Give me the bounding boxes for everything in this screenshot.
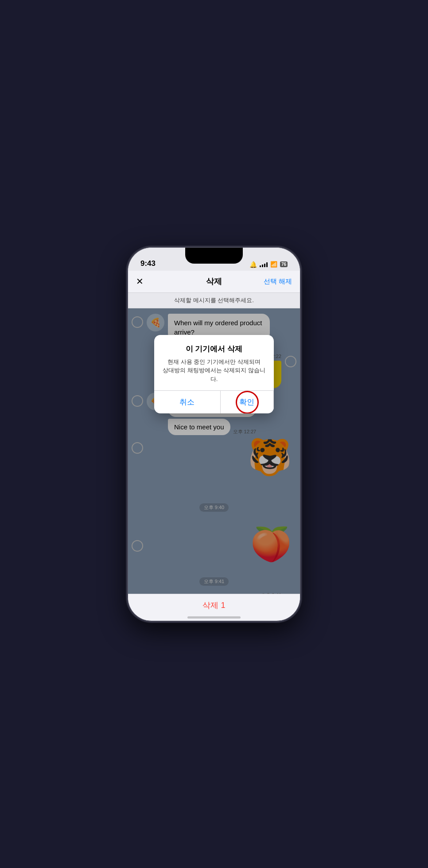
status-bar: 9:43 🔔 📶 76	[128, 248, 300, 271]
phone-frame: 9:43 🔔 📶 76 ✕ 삭제 선택 해제 삭제할 메시지를 선택해주세요.	[128, 247, 300, 621]
bottom-bar: 삭제 1	[128, 594, 300, 617]
delete-info-bar: 삭제할 메시지를 선택해주세요.	[128, 293, 300, 308]
dialog-message: 현재 사용 중인 기기에서만 삭제되며상대방의 채팅방에서는 삭제되지 않습니다…	[161, 358, 267, 384]
bell-icon: 🔔	[249, 261, 257, 268]
delete-action-button[interactable]: 삭제 1	[202, 600, 225, 611]
dialog-buttons: 취소 확인	[154, 390, 274, 413]
battery-level: 76	[281, 262, 286, 267]
battery-indicator: 76	[280, 261, 288, 267]
chat-area: 🍕 When will my ordered product arrive? 오…	[128, 308, 300, 594]
status-icons: 🔔 📶 76	[249, 261, 288, 268]
wifi-icon: 📶	[270, 261, 277, 268]
close-button[interactable]: ✕	[136, 276, 144, 287]
dialog-body: 이 기기에서 삭제 현재 사용 중인 기기에서만 삭제되며상대방의 채팅방에서는…	[154, 335, 274, 391]
signal-icon	[260, 262, 268, 267]
delete-dialog: 이 기기에서 삭제 현재 사용 중인 기기에서만 삭제되며상대방의 채팅방에서는…	[154, 335, 274, 414]
home-indicator	[128, 617, 300, 620]
notch	[185, 248, 243, 264]
dialog-overlay: 이 기기에서 삭제 현재 사용 중인 기기에서만 삭제되며상대방의 채팅방에서는…	[128, 308, 300, 594]
deselect-button[interactable]: 선택 해제	[264, 277, 292, 286]
home-bar	[187, 616, 241, 619]
page-title: 삭제	[206, 276, 222, 287]
delete-info-text: 삭제할 메시지를 선택해주세요.	[174, 297, 254, 304]
dialog-title: 이 기기에서 삭제	[161, 344, 267, 354]
nav-bar: ✕ 삭제 선택 해제	[128, 271, 300, 293]
confirm-button[interactable]: 확인	[221, 391, 274, 413]
cancel-button[interactable]: 취소	[154, 391, 221, 413]
